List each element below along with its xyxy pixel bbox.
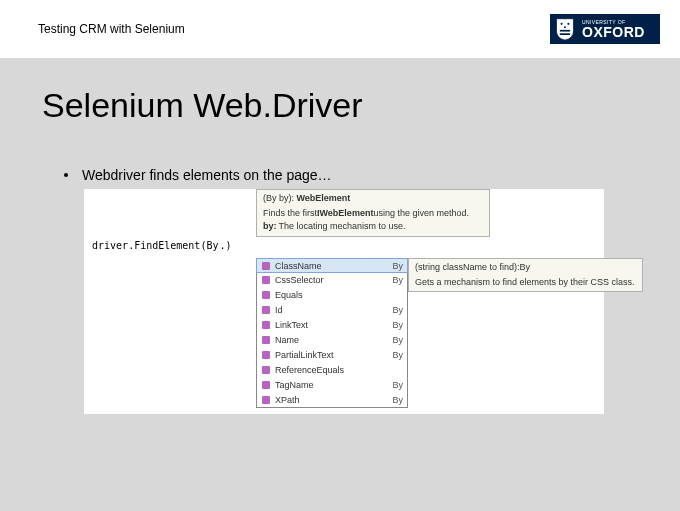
- autocomplete-label: Id: [275, 305, 384, 315]
- autocomplete-return: By: [388, 395, 403, 405]
- logo-oxford: OXFORD: [582, 25, 645, 39]
- autocomplete-return: By: [388, 275, 403, 285]
- method-icon: [261, 350, 271, 360]
- svg-rect-12: [262, 366, 270, 374]
- autocomplete-return: By: [388, 380, 403, 390]
- svg-rect-6: [262, 276, 270, 284]
- svg-rect-11: [262, 351, 270, 359]
- autocomplete-item-classname[interactable]: ClassName By: [256, 258, 408, 273]
- autocomplete-item-equals[interactable]: Equals: [257, 287, 407, 302]
- method-icon: [261, 365, 271, 375]
- signature-desc-pre: Finds the first: [263, 208, 317, 220]
- param-by-label: by:: [263, 221, 279, 233]
- param-by-text: The locating mechanism to use.: [279, 221, 406, 233]
- svg-rect-5: [262, 262, 270, 270]
- method-icon: [261, 320, 271, 330]
- svg-point-0: [561, 23, 563, 25]
- bullet-item: Webdriver finds elements on the page…: [42, 167, 638, 183]
- autocomplete-label: PartialLinkText: [275, 350, 384, 360]
- autocomplete-item-id[interactable]: Id By: [257, 302, 407, 317]
- method-icon: [261, 290, 271, 300]
- autocomplete-item-tagname[interactable]: TagName By: [257, 377, 407, 392]
- method-icon: [261, 305, 271, 315]
- autocomplete-label: XPath: [275, 395, 384, 405]
- signature-desc-bold: IWebElement: [317, 208, 373, 220]
- method-icon: [261, 395, 271, 405]
- autocomplete-item-partiallinktext[interactable]: PartialLinkText By: [257, 347, 407, 362]
- method-icon: [261, 275, 271, 285]
- autocomplete-tooltip: (string className to find):By Gets a mec…: [408, 258, 643, 292]
- bullet-text: Webdriver finds elements on the page…: [82, 167, 332, 183]
- autocomplete-item-referenceequals[interactable]: ReferenceEquals: [257, 362, 407, 377]
- autocomplete-return: By: [388, 335, 403, 345]
- svg-rect-9: [262, 321, 270, 329]
- svg-point-1: [567, 23, 569, 25]
- shield-icon: [554, 17, 576, 41]
- slide-body: Selenium Web.Driver Webdriver finds elem…: [0, 58, 680, 414]
- svg-rect-4: [560, 33, 570, 35]
- autocomplete-label: Name: [275, 335, 384, 345]
- autocomplete-item-linktext[interactable]: LinkText By: [257, 317, 407, 332]
- signature-prefix: (By by):: [263, 193, 297, 203]
- svg-rect-7: [262, 291, 270, 299]
- topbar: Testing CRM with Selenium UNIVERSITY OF …: [0, 0, 680, 58]
- autocomplete-label: ReferenceEquals: [275, 365, 395, 375]
- signature-desc-post: using the given method.: [373, 208, 469, 220]
- method-icon: [261, 261, 271, 271]
- svg-rect-3: [560, 30, 570, 32]
- method-icon: [261, 335, 271, 345]
- svg-point-2: [564, 26, 566, 28]
- autocomplete-label: LinkText: [275, 320, 384, 330]
- code-screenshot: (By by): WebElement Finds the first IWeb…: [84, 189, 604, 414]
- bullet-dot-icon: [64, 173, 68, 177]
- autocomplete-label: CssSelector: [275, 275, 384, 285]
- slide-title: Selenium Web.Driver: [42, 86, 638, 125]
- topbar-title: Testing CRM with Selenium: [38, 22, 185, 36]
- svg-rect-10: [262, 336, 270, 344]
- autocomplete-return: By: [388, 350, 403, 360]
- autocomplete-item-cssselector[interactable]: CssSelector By: [257, 272, 407, 287]
- code-token-findelement: .FindElement: [128, 240, 200, 251]
- signature-tooltip: (By by): WebElement Finds the first IWeb…: [256, 189, 490, 237]
- intellisense-popup: ClassName By CssSelector By Equals Id By: [256, 258, 643, 408]
- method-icon: [261, 380, 271, 390]
- autocomplete-item-xpath[interactable]: XPath By: [257, 392, 407, 407]
- autocomplete-tooltip-desc: Gets a mechanism to find elements by the…: [415, 277, 636, 289]
- autocomplete-tooltip-signature: (string className to find):By: [415, 262, 636, 274]
- editor-line: driver .FindElement (By .): [84, 237, 604, 254]
- signature-return-type: WebElement: [297, 193, 351, 203]
- autocomplete-label: Equals: [275, 290, 395, 300]
- autocomplete-return: By: [388, 320, 403, 330]
- svg-rect-14: [262, 396, 270, 404]
- svg-rect-8: [262, 306, 270, 314]
- oxford-logo: UNIVERSITY OF OXFORD: [550, 14, 660, 44]
- svg-rect-13: [262, 381, 270, 389]
- autocomplete-return: By: [388, 261, 403, 271]
- autocomplete-list[interactable]: ClassName By CssSelector By Equals Id By: [256, 258, 408, 408]
- autocomplete-label: ClassName: [275, 261, 384, 271]
- autocomplete-label: TagName: [275, 380, 384, 390]
- code-token-by: (By: [200, 240, 218, 251]
- autocomplete-item-name[interactable]: Name By: [257, 332, 407, 347]
- code-token-driver: driver: [92, 240, 128, 251]
- autocomplete-return: By: [388, 305, 403, 315]
- code-caret: .): [219, 240, 225, 251]
